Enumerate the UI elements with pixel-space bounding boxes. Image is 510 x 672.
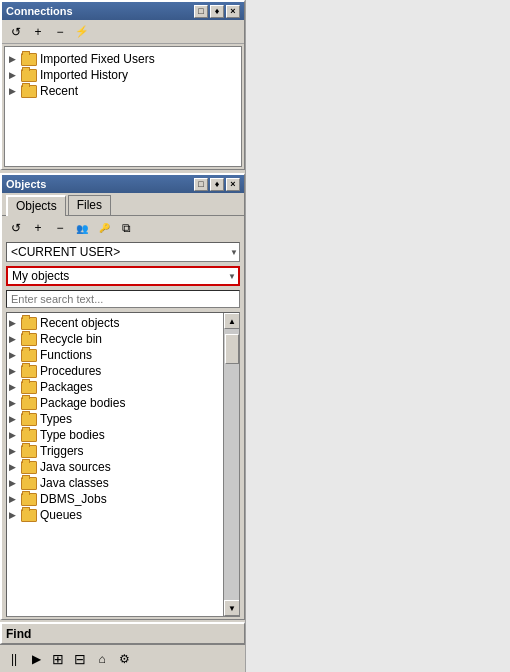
bottom-btn-2[interactable]: ▶ — [26, 650, 46, 668]
objects-toolbar: ↺ + − 👥 🔑 ⧉ — [2, 216, 244, 240]
tree-arrow: ▶ — [9, 86, 21, 96]
tree-item-recycle-bin[interactable]: ▶ Recycle bin — [9, 331, 221, 347]
tree-label: Functions — [40, 348, 92, 362]
tree-label: Recent objects — [40, 316, 119, 330]
tree-arrow: ▶ — [9, 398, 21, 408]
tree-label: Recent — [40, 84, 78, 98]
folder-icon — [21, 381, 37, 394]
tree-item-types[interactable]: ▶ Types — [9, 411, 221, 427]
tree-arrow: ▶ — [9, 334, 21, 344]
minus-icon: − — [56, 25, 63, 39]
tree-item-imported-history[interactable]: ▶ Imported History — [9, 67, 237, 83]
connections-refresh-btn[interactable]: ↺ — [6, 23, 26, 41]
bottom-btn-6[interactable]: ⚙ — [114, 650, 134, 668]
find-bar: Find — [0, 622, 245, 644]
objects-tab-content: ↺ + − 👥 🔑 ⧉ — [2, 215, 244, 619]
objects-users-btn[interactable]: 👥 — [72, 219, 92, 237]
search-input[interactable] — [6, 290, 240, 308]
connect-icon: ⚡ — [75, 25, 89, 38]
bottom-btn-4[interactable]: ⊟ — [70, 650, 90, 668]
folder-icon — [21, 317, 37, 330]
connections-restore-btn[interactable]: □ — [194, 5, 208, 18]
objects-remove-btn[interactable]: − — [50, 219, 70, 237]
objects-key-btn[interactable]: 🔑 — [94, 219, 114, 237]
objects-panel: Objects □ ♦ × Objects Files ↺ + — [0, 173, 245, 620]
refresh-icon: ↺ — [11, 221, 21, 235]
tree-item-packages[interactable]: ▶ Packages — [9, 379, 221, 395]
tree-arrow: ▶ — [9, 446, 21, 456]
tree-arrow: ▶ — [9, 382, 21, 392]
folder-icon — [21, 85, 37, 98]
connections-toolbar: ↺ + − ⚡ — [2, 20, 244, 44]
my-objects-dropdown[interactable]: My objects — [6, 266, 240, 286]
tree-arrow: ▶ — [9, 430, 21, 440]
tree-item-triggers[interactable]: ▶ Triggers — [9, 443, 221, 459]
bottom-toolbar: || ▶ ⊞ ⊟ ⌂ ⚙ — [0, 644, 245, 672]
scroll-down-btn[interactable]: ▼ — [224, 600, 240, 616]
tree-arrow: ▶ — [9, 462, 21, 472]
tree-item-java-sources[interactable]: ▶ Java sources — [9, 459, 221, 475]
tree-item-imported-fixed-users[interactable]: ▶ Imported Fixed Users — [9, 51, 237, 67]
tree-item-recent-objects[interactable]: ▶ Recent objects — [9, 315, 221, 331]
tree-item-java-classes[interactable]: ▶ Java classes — [9, 475, 221, 491]
folder-icon — [21, 477, 37, 490]
bottom-btn-3[interactable]: ⊞ — [48, 650, 68, 668]
tree-label: DBMS_Jobs — [40, 492, 107, 506]
folder-icon — [21, 509, 37, 522]
tab-objects[interactable]: Objects — [6, 195, 66, 216]
folder-icon — [21, 397, 37, 410]
tree-item-procedures[interactable]: ▶ Procedures — [9, 363, 221, 379]
scroll-track — [224, 329, 239, 600]
tree-label: Types — [40, 412, 72, 426]
tree-scrollbar[interactable]: ▲ ▼ — [223, 313, 239, 616]
connections-connect-btn[interactable]: ⚡ — [72, 23, 92, 41]
folder-icon — [21, 429, 37, 442]
folder-icon — [21, 333, 37, 346]
objects-pin-btn[interactable]: ♦ — [210, 178, 224, 191]
tree-label: Java classes — [40, 476, 109, 490]
tab-files[interactable]: Files — [68, 195, 111, 215]
tree-arrow: ▶ — [9, 366, 21, 376]
tree-item-type-bodies[interactable]: ▶ Type bodies — [9, 427, 221, 443]
tree-label: Queues — [40, 508, 82, 522]
tree-arrow: ▶ — [9, 318, 21, 328]
folder-icon — [21, 365, 37, 378]
copy-icon: ⧉ — [122, 221, 131, 235]
tree-arrow: ▶ — [9, 478, 21, 488]
current-user-dropdown[interactable]: <CURRENT USER> — [6, 242, 240, 262]
tree-label: Java sources — [40, 460, 111, 474]
connections-close-btn[interactable]: × — [226, 5, 240, 18]
objects-add-btn[interactable]: + — [28, 219, 48, 237]
tree-item-package-bodies[interactable]: ▶ Package bodies — [9, 395, 221, 411]
tree-label: Package bodies — [40, 396, 125, 410]
find-label: Find — [6, 627, 31, 641]
scroll-thumb[interactable] — [225, 334, 239, 364]
tree-arrow: ▶ — [9, 414, 21, 424]
bottom-btn-1[interactable]: || — [4, 650, 24, 668]
tree-arrow: ▶ — [9, 70, 21, 80]
objects-restore-btn[interactable]: □ — [194, 178, 208, 191]
tree-item-functions[interactable]: ▶ Functions — [9, 347, 221, 363]
current-user-dropdown-wrapper: <CURRENT USER> ▼ — [6, 242, 240, 262]
bottom-btn-5[interactable]: ⌂ — [92, 650, 112, 668]
tree-item-dbms-jobs[interactable]: ▶ DBMS_Jobs — [9, 491, 221, 507]
objects-copy-btn[interactable]: ⧉ — [116, 219, 136, 237]
objects-tabs-bar: Objects Files — [2, 193, 244, 215]
folder-icon — [21, 445, 37, 458]
refresh-icon: ↺ — [11, 25, 21, 39]
connections-add-btn[interactable]: + — [28, 23, 48, 41]
tree-item-recent[interactable]: ▶ Recent — [9, 83, 237, 99]
users-icon: 👥 — [76, 223, 88, 234]
add-icon: + — [34, 25, 41, 39]
objects-tree: ▶ Recent objects ▶ Recycle bin ▶ Functio… — [7, 313, 223, 616]
connections-pin-btn[interactable]: ♦ — [210, 5, 224, 18]
objects-refresh-btn[interactable]: ↺ — [6, 219, 26, 237]
scroll-up-btn[interactable]: ▲ — [224, 313, 240, 329]
tree-arrow: ▶ — [9, 510, 21, 520]
tree-label: Type bodies — [40, 428, 105, 442]
objects-close-btn[interactable]: × — [226, 178, 240, 191]
connections-remove-btn[interactable]: − — [50, 23, 70, 41]
key-icon: 🔑 — [99, 223, 110, 233]
tree-item-queues[interactable]: ▶ Queues — [9, 507, 221, 523]
minus-icon: − — [56, 221, 63, 235]
